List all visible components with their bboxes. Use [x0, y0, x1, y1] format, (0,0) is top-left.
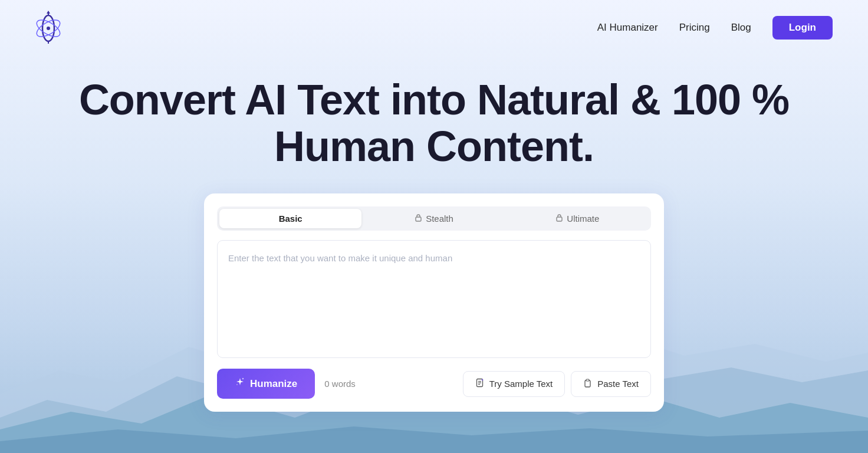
tab-ultimate[interactable]: Ultimate: [507, 209, 649, 228]
header: AI Humanizer Pricing Blog Login: [0, 0, 868, 55]
mode-tabs: Basic Stealth Ultimate: [217, 206, 651, 231]
right-action-buttons: Try Sample Text Paste Text: [463, 371, 651, 397]
svg-point-7: [47, 27, 50, 30]
svg-rect-12: [557, 217, 562, 221]
hero-title-line2: Human Content.: [274, 123, 594, 170]
svg-rect-19: [585, 380, 590, 387]
nav-pricing[interactable]: Pricing: [679, 22, 710, 34]
try-sample-label: Try Sample Text: [489, 379, 553, 389]
svg-point-13: [242, 378, 244, 379]
text-input[interactable]: [217, 240, 651, 358]
paste-text-label: Paste Text: [597, 379, 639, 389]
logo-area: [35, 11, 61, 45]
hero-title: Convert AI Text into Natural & 100 % Hum…: [12, 77, 856, 170]
ultimate-lock-icon: [555, 214, 563, 224]
tab-stealth[interactable]: Stealth: [363, 209, 505, 228]
humanize-button[interactable]: Humanize: [217, 369, 315, 399]
login-button[interactable]: Login: [772, 16, 833, 40]
nav-ai-humanizer[interactable]: AI Humanizer: [597, 22, 658, 34]
hero-section: Convert AI Text into Natural & 100 % Hum…: [0, 55, 868, 188]
svg-rect-11: [416, 217, 421, 221]
card-bottom-bar: Humanize 0 words: [217, 369, 651, 399]
main-card-wrapper: Basic Stealth Ultimate: [0, 193, 868, 412]
word-count: 0 words: [324, 379, 356, 389]
tab-ultimate-label: Ultimate: [567, 214, 599, 224]
nav-blog[interactable]: Blog: [731, 22, 751, 34]
svg-rect-20: [586, 379, 589, 381]
tab-stealth-label: Stealth: [426, 214, 453, 224]
logo-icon: [35, 11, 61, 45]
svg-marker-9: [47, 11, 50, 14]
humanize-sparkle-icon: [235, 377, 245, 390]
sample-icon: [475, 378, 485, 390]
hero-title-line1: Convert AI Text into Natural & 100 %: [79, 76, 789, 123]
try-sample-button[interactable]: Try Sample Text: [463, 371, 565, 397]
paste-text-button[interactable]: Paste Text: [571, 371, 651, 397]
main-card: Basic Stealth Ultimate: [204, 193, 664, 412]
tab-basic[interactable]: Basic: [219, 209, 361, 228]
nav-links: AI Humanizer Pricing Blog Login: [597, 16, 833, 40]
humanize-button-label: Humanize: [250, 378, 297, 390]
svg-point-14: [236, 384, 238, 385]
tab-basic-label: Basic: [279, 214, 303, 224]
paste-icon: [583, 378, 593, 390]
stealth-lock-icon: [415, 214, 422, 224]
